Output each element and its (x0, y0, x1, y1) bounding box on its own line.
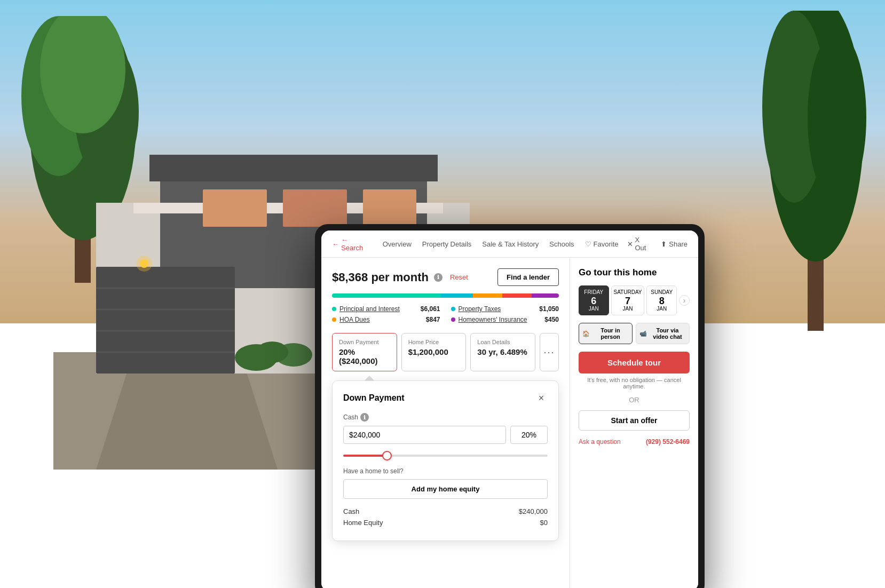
have-home-label: Have a home to sell? (343, 467, 548, 475)
contact-row: Ask a question (929) 552-6469 (579, 438, 690, 446)
friday-num: 6 (581, 296, 606, 306)
tablet-screen: ← ← Search Overview Property Details Sal… (321, 231, 698, 588)
loan-details-value: 30 yr, 6.489% (477, 347, 528, 356)
legend-principal: Principal and Interest $6,061 (332, 305, 440, 313)
popup-content: Down Payment × Cash ℹ (332, 380, 559, 541)
nav-back-button[interactable]: ← ← Search (332, 236, 372, 252)
video-icon: 📹 (639, 330, 647, 337)
x-out-action[interactable]: ✕ X Out (627, 236, 653, 252)
or-divider: OR (579, 396, 690, 404)
legend-property-taxes: Property Taxes $1,050 (451, 305, 559, 313)
popup-title: Down Payment (343, 393, 405, 403)
home-price-card[interactable]: Home Price $1,200,000 (401, 333, 467, 371)
nav-actions: ♡ Favorite ✕ X Out ⬆ Share (585, 236, 688, 252)
hoa-label[interactable]: HOA Dues (339, 316, 370, 323)
insurance-dot (451, 317, 455, 322)
nav-overview[interactable]: Overview (383, 240, 412, 248)
summary-equity-value: $0 (540, 519, 548, 527)
home-price-value: $1,200,000 (408, 347, 460, 356)
share-action[interactable]: ⬆ Share (661, 240, 688, 248)
add-equity-button[interactable]: Add my home equity (343, 479, 548, 499)
loan-details-label: Loan Details (477, 339, 528, 345)
cash-info-icon[interactable]: ℹ (360, 413, 369, 422)
svg-rect-18 (96, 267, 235, 374)
date-saturday[interactable]: SATURDAY 7 JAN (611, 285, 645, 315)
reset-link[interactable]: Reset (450, 273, 468, 281)
nav-sale-tax[interactable]: Sale & Tax History (482, 240, 539, 248)
phone-link[interactable]: (929) 552-6469 (646, 438, 690, 446)
tablet-frame: ← ← Search Overview Property Details Sal… (315, 224, 705, 588)
down-payment-value: 20% ($240,000) (339, 347, 390, 365)
x-out-label: X Out (635, 236, 653, 252)
saturday-month: JAN (614, 306, 642, 312)
find-lender-button[interactable]: Find a lender (497, 268, 559, 286)
legend-hoa: HOA Dues $847 (332, 316, 440, 323)
legend-insurance: Homeowners' Insurance $450 (451, 316, 559, 323)
sunday-num: 8 (649, 296, 674, 306)
cash-percent-input[interactable] (510, 426, 548, 444)
summary-cash-label: Cash (343, 507, 359, 515)
monthly-header: $8,368 per month ℹ Reset Find a lender (332, 268, 559, 286)
nav-property-details[interactable]: Property Details (422, 240, 471, 248)
x-icon: ✕ (627, 240, 633, 248)
principal-label[interactable]: Principal and Interest (339, 305, 400, 313)
friday-label: FRIDAY (581, 289, 606, 295)
monthly-info-icon[interactable]: ℹ (434, 273, 442, 282)
start-offer-button[interactable]: Start an offer (579, 410, 690, 431)
insurance-value: $450 (544, 316, 559, 323)
down-payment-slider[interactable] (343, 455, 548, 457)
svg-point-27 (256, 341, 288, 363)
favorite-action[interactable]: ♡ Favorite (585, 240, 619, 248)
down-payment-label: Down Payment (339, 339, 390, 345)
tour-in-person-button[interactable]: 🏠 Tour in person (579, 323, 633, 344)
date-friday[interactable]: FRIDAY 6 JAN (579, 285, 609, 315)
date-next-arrow[interactable]: › (679, 295, 690, 306)
payment-legend: Principal and Interest $6,061 Property T… (332, 305, 559, 323)
down-payment-card[interactable]: Down Payment 20% ($240,000) (332, 333, 397, 371)
sunday-label: SUNDAY (649, 289, 674, 295)
monthly-amount: $8,368 per month (332, 271, 429, 284)
ask-question-link[interactable]: Ask a question (579, 438, 621, 446)
svg-rect-15 (283, 189, 347, 227)
cash-amount-input[interactable] (343, 426, 506, 444)
share-icon: ⬆ (661, 240, 667, 248)
nav-bar: ← ← Search Overview Property Details Sal… (321, 231, 698, 258)
free-text: It's free, with no obligation — cancel a… (579, 377, 690, 390)
back-arrow-icon: ← (332, 240, 339, 248)
date-sunday[interactable]: SUNDAY 8 JAN (646, 285, 677, 315)
summary-equity-label: Home Equity (343, 519, 383, 527)
more-options-button[interactable]: ··· (540, 333, 559, 371)
hoa-value: $847 (426, 316, 440, 323)
mortgage-inputs: Down Payment 20% ($240,000) Home Price $… (332, 333, 559, 371)
mortgage-panel: $8,368 per month ℹ Reset Find a lender P… (321, 258, 570, 588)
down-payment-slider-container (343, 449, 548, 459)
share-label: Share (669, 240, 688, 248)
video-label: Tour via video chat (649, 327, 686, 340)
in-person-label: Tour in person (592, 327, 629, 340)
nav-schools[interactable]: Schools (549, 240, 574, 248)
date-selector: FRIDAY 6 JAN SATURDAY 7 JAN SUNDAY 8 JAN (579, 285, 690, 315)
popup-close-button[interactable]: × (535, 392, 548, 404)
svg-point-8 (808, 32, 866, 203)
sunday-month: JAN (649, 306, 674, 312)
insurance-label[interactable]: Homeowners' Insurance (459, 316, 527, 323)
saturday-num: 7 (614, 296, 642, 306)
tour-video-button[interactable]: 📹 Tour via video chat (636, 323, 690, 344)
tour-title: Go tour this home (579, 267, 690, 278)
schedule-tour-button[interactable]: Schedule tour (579, 352, 690, 374)
popup-header: Down Payment × (343, 392, 548, 404)
summary-cash-value: $240,000 (519, 507, 548, 515)
svg-rect-14 (203, 189, 267, 227)
heart-icon: ♡ (585, 240, 591, 248)
summary-cash-row: Cash $240,000 (343, 507, 548, 515)
tree-right (762, 11, 869, 331)
cash-label: Cash ℹ (343, 413, 548, 422)
svg-rect-16 (363, 189, 416, 227)
down-payment-popup: Down Payment × Cash ℹ (332, 376, 559, 541)
cash-inputs (343, 426, 548, 444)
property-tax-label[interactable]: Property Taxes (459, 305, 501, 313)
nav-search-label[interactable]: ← Search (341, 236, 372, 252)
loan-details-card[interactable]: Loan Details 30 yr, 6.489% (470, 333, 535, 371)
friday-month: JAN (581, 306, 606, 312)
property-tax-dot (451, 307, 455, 311)
